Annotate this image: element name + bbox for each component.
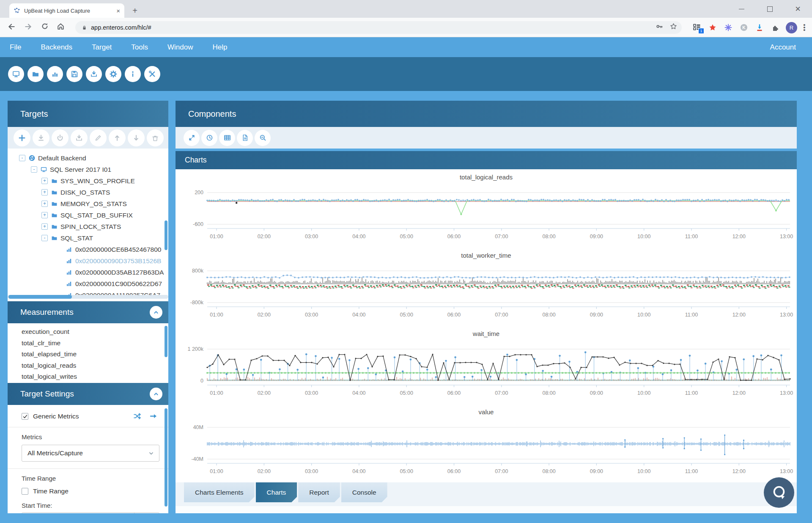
import-button[interactable] bbox=[86, 66, 102, 82]
chart-plot[interactable]: 1 200k001:0002:0003:0004:0005:0006:0007:… bbox=[179, 339, 793, 407]
arrow-up-button[interactable] bbox=[109, 129, 126, 146]
bar-chart-button[interactable] bbox=[47, 66, 63, 82]
import-button[interactable] bbox=[71, 129, 88, 146]
avatar[interactable]: R bbox=[786, 22, 797, 33]
expand-toggle[interactable]: + bbox=[41, 189, 48, 195]
arrow-down-button[interactable] bbox=[128, 129, 145, 146]
tree-item[interactable]: +SQL_STAT_DB_SUFFIX bbox=[8, 209, 168, 221]
chart-plot[interactable]: 800k-800k01:0002:0003:0004:0005:0006:000… bbox=[179, 261, 793, 328]
star-icon[interactable] bbox=[669, 22, 678, 30]
measurement-item[interactable]: total_logical_writes bbox=[8, 371, 168, 383]
measurement-item[interactable]: total_elapsed_time bbox=[8, 349, 168, 360]
measurement-item[interactable]: total_clr_time bbox=[8, 338, 168, 349]
tree-item[interactable]: 0x02000000D35AB127B63DA bbox=[8, 267, 168, 278]
tree-item-label: 0x02000000CE6B452467800 bbox=[75, 246, 161, 253]
svg-text:0: 0 bbox=[200, 378, 203, 384]
collapse-toggle[interactable]: - bbox=[19, 155, 25, 161]
close-icon[interactable]: × bbox=[116, 7, 120, 14]
pencil-button[interactable] bbox=[90, 129, 107, 146]
menu-item-window[interactable]: Window bbox=[158, 37, 203, 57]
chart-plot[interactable]: 200-60001:0002:0003:0004:0005:0006:0007:… bbox=[179, 182, 793, 250]
tab-report[interactable]: Report bbox=[298, 482, 340, 502]
shuffle-icon[interactable] bbox=[133, 412, 142, 421]
time-range-checkbox[interactable] bbox=[22, 488, 28, 495]
back-icon[interactable] bbox=[7, 22, 18, 33]
tree-item[interactable]: +DISK_IO_STATS bbox=[8, 187, 168, 198]
expand-toggle[interactable]: + bbox=[41, 212, 48, 218]
measurements-scrollbar[interactable] bbox=[165, 326, 167, 357]
tree-item[interactable]: -Default Backend bbox=[8, 152, 168, 164]
address-bar[interactable]: app.enteros.com/hlc/# bbox=[75, 21, 682, 34]
star-extension[interactable] bbox=[708, 22, 718, 33]
tree-item[interactable]: 0x02000000CE6B452467800 bbox=[8, 244, 168, 255]
expand-toggle[interactable]: + bbox=[41, 178, 48, 184]
collapse-toggle[interactable]: - bbox=[31, 166, 37, 173]
tab-charts-elements[interactable]: Charts Elements bbox=[184, 482, 255, 502]
tree-vertical-scrollbar[interactable] bbox=[165, 220, 167, 250]
zoom-out-button[interactable] bbox=[255, 130, 271, 146]
menu-item-backends[interactable]: Backends bbox=[31, 37, 82, 57]
settings-button[interactable] bbox=[105, 66, 121, 82]
power-button[interactable] bbox=[52, 129, 69, 146]
table-button[interactable] bbox=[219, 130, 235, 146]
minimize-button[interactable] bbox=[727, 0, 756, 18]
trash-button[interactable] bbox=[147, 129, 164, 146]
expand-toggle[interactable]: + bbox=[41, 223, 48, 230]
chat-help-button[interactable] bbox=[764, 477, 794, 508]
chart-plot[interactable]: 40M-40M01:0002:0003:0004:0005:0006:0007:… bbox=[179, 417, 793, 482]
menu-item-help[interactable]: Help bbox=[203, 37, 237, 57]
tree-item[interactable]: 0x0200000090D3753B1526B bbox=[8, 255, 168, 267]
close-window-button[interactable]: ✕ bbox=[784, 0, 812, 18]
menu-item-file[interactable]: File bbox=[0, 37, 31, 57]
expand-toggle[interactable]: + bbox=[41, 201, 48, 207]
tree-item[interactable]: 0x020000001C90D50622D67 bbox=[8, 278, 168, 289]
info-button[interactable] bbox=[125, 66, 141, 82]
snowflake-extension[interactable] bbox=[723, 22, 733, 33]
tree-horizontal-scrollbar[interactable] bbox=[8, 295, 168, 299]
tree-item[interactable]: +SYS_WIN_OS_PROFILE bbox=[8, 175, 168, 187]
tree-item[interactable]: +MEMORY_OS_STATS bbox=[8, 198, 168, 209]
puzzle-extension[interactable] bbox=[770, 22, 780, 33]
browser-menu-icon[interactable]: ••• bbox=[803, 24, 806, 31]
collapse-settings-button[interactable] bbox=[150, 388, 162, 400]
expand-button[interactable] bbox=[184, 130, 200, 146]
key-icon[interactable] bbox=[656, 22, 664, 30]
tree-item[interactable]: -SQL_STAT bbox=[8, 232, 168, 244]
home-icon[interactable] bbox=[56, 22, 67, 33]
folder-button[interactable] bbox=[27, 66, 44, 82]
k-extension[interactable]: K bbox=[739, 22, 749, 33]
collapse-measurements-button[interactable] bbox=[150, 306, 162, 319]
menu-item-target[interactable]: Target bbox=[82, 37, 121, 57]
menu-item-tools[interactable]: Tools bbox=[121, 37, 158, 57]
collapse-toggle[interactable]: - bbox=[41, 235, 48, 241]
maximize-button[interactable] bbox=[756, 0, 784, 18]
menu-item-account[interactable]: Account bbox=[760, 37, 812, 57]
monitor-button[interactable] bbox=[8, 66, 24, 82]
tab-charts[interactable]: Charts bbox=[256, 482, 297, 502]
clock-button[interactable] bbox=[201, 130, 217, 146]
url-text[interactable]: app.enteros.com/hlc/# bbox=[91, 24, 151, 31]
metrics-select[interactable]: All Metrics/Capture bbox=[22, 445, 159, 462]
tree-item[interactable]: +SPIN_LOCK_STATS bbox=[8, 221, 168, 232]
blocks-extension[interactable]: 1 bbox=[692, 22, 702, 33]
tree-item[interactable]: -SQL Server 2017 I01 bbox=[8, 164, 168, 175]
download-extension[interactable] bbox=[754, 22, 765, 33]
tab-console[interactable]: Console bbox=[341, 482, 387, 502]
measurement-item[interactable]: total_logical_reads bbox=[8, 360, 168, 372]
plus-button[interactable] bbox=[14, 129, 30, 146]
arrow-right-icon[interactable] bbox=[149, 412, 158, 421]
generic-metrics-checkbox[interactable] bbox=[22, 413, 28, 420]
tools-button[interactable] bbox=[144, 66, 160, 82]
refresh-icon[interactable] bbox=[41, 22, 52, 33]
new-tab-button[interactable]: + bbox=[129, 6, 140, 17]
measurement-item[interactable]: execution_count bbox=[8, 326, 168, 338]
table-icon bbox=[223, 134, 231, 142]
forward-icon[interactable] bbox=[24, 22, 35, 33]
download-button[interactable] bbox=[33, 129, 49, 146]
pdf-button[interactable] bbox=[237, 130, 253, 146]
browser-tab[interactable]: UpBeat High Load Capture × bbox=[9, 3, 124, 18]
save-button[interactable] bbox=[66, 66, 82, 82]
settings-scrollbar[interactable] bbox=[165, 408, 167, 506]
start-time-input[interactable] bbox=[22, 512, 159, 513]
plus-icon bbox=[18, 134, 26, 142]
